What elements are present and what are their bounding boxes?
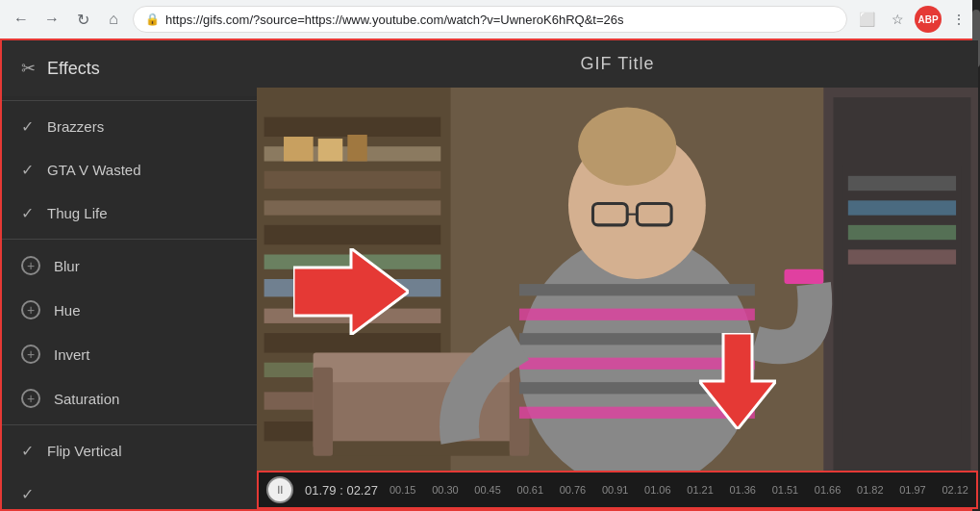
svg-rect-25	[519, 284, 755, 295]
time-display: 01.79 : 02.27	[305, 483, 378, 498]
tick-6: 00.91	[602, 484, 629, 496]
tick-12: 01.82	[857, 484, 884, 496]
brazzers-label: Brazzers	[47, 118, 104, 135]
blur-label: Blur	[54, 258, 80, 274]
plus-icon: +	[21, 345, 40, 364]
scissors-icon: ✂	[21, 58, 36, 79]
sidebar-item-hue[interactable]: + Hue	[2, 288, 257, 332]
svg-rect-41	[848, 249, 956, 264]
check-icon: ✓	[21, 442, 34, 460]
address-bar[interactable]: 🔒 https://gifs.com/?source=https://www.y…	[133, 6, 847, 33]
chrome-actions: ⬜ ☆ ABP ⋮	[853, 6, 972, 33]
star-button[interactable]: ☆	[884, 6, 911, 33]
effects-header: ✂ Effects	[2, 40, 257, 96]
right-content: GIF Title	[257, 40, 978, 509]
screenshot-button[interactable]: ⬜	[853, 6, 880, 33]
plus-icon: +	[21, 389, 40, 408]
play-pause-button[interactable]: ⏸	[266, 476, 293, 503]
svg-rect-6	[264, 225, 441, 244]
tick-4: 00.61	[517, 484, 544, 496]
svg-rect-19	[314, 368, 333, 456]
sidebar-item-gta-wasted[interactable]: ✓ GTA V Wasted	[2, 148, 257, 192]
sidebar-item-saturation[interactable]: + Saturation	[2, 376, 257, 421]
svg-rect-38	[848, 176, 956, 191]
svg-rect-14	[284, 137, 314, 162]
current-time: 01.79	[305, 483, 337, 498]
svg-point-32	[578, 107, 676, 186]
tick-7: 01.06	[644, 484, 671, 496]
sidebar: ✂ Effects ✓ Brazzers ✓ GTA V Wasted ✓ Th…	[2, 40, 257, 509]
svg-rect-16	[347, 135, 366, 162]
tick-5: 00.76	[560, 484, 587, 496]
gif-title-bar: GIF Title	[257, 40, 978, 88]
check-icon: ✓	[21, 117, 34, 136]
effects-title: Effects	[47, 59, 100, 79]
tick-13: 01.97	[899, 484, 926, 496]
total-time: 02.27	[346, 483, 378, 498]
url-text: https://gifs.com/?source=https://www.you…	[165, 13, 835, 27]
down-arrow-overlay	[699, 333, 776, 440]
check-icon: ✓	[21, 485, 34, 503]
tick-10: 01.51	[772, 484, 799, 496]
divider-3	[2, 424, 257, 425]
flip-vertical-label: Flip Vertical	[47, 443, 122, 459]
thug-life-label: Thug Life	[47, 205, 108, 221]
back-button[interactable]: ←	[8, 6, 35, 33]
svg-rect-26	[519, 309, 755, 320]
divider-1	[2, 100, 257, 101]
svg-rect-4	[264, 171, 441, 189]
browser-chrome: ← → ↻ ⌂ 🔒 https://gifs.com/?source=https…	[0, 0, 980, 38]
sidebar-item-brazzers[interactable]: ✓ Brazzers	[2, 105, 257, 148]
tick-3: 00.45	[474, 484, 501, 496]
tick-8: 01.21	[687, 484, 714, 496]
plus-icon: +	[21, 300, 40, 319]
svg-marker-43	[699, 333, 776, 429]
reload-button[interactable]: ↻	[69, 6, 96, 33]
svg-rect-15	[318, 139, 343, 161]
gif-title: GIF Title	[580, 54, 654, 73]
hue-label: Hue	[54, 302, 81, 319]
svg-rect-36	[784, 269, 823, 284]
main-content: ✂ Effects ✓ Brazzers ✓ GTA V Wasted ✓ Th…	[0, 38, 980, 511]
home-button[interactable]: ⌂	[100, 6, 127, 33]
svg-rect-2	[264, 117, 441, 137]
svg-rect-5	[264, 200, 441, 215]
tick-9: 01.36	[729, 484, 756, 496]
gta-wasted-label: GTA V Wasted	[47, 162, 141, 178]
saturation-label: Saturation	[54, 391, 119, 407]
plus-icon: +	[21, 256, 40, 275]
sidebar-item-flip-vertical[interactable]: ✓ Flip Vertical	[2, 429, 257, 473]
check-icon: ✓	[21, 204, 34, 222]
tick-11: 01.66	[815, 484, 842, 496]
pause-icon: ⏸	[274, 483, 286, 497]
forward-button[interactable]: →	[38, 6, 65, 33]
sidebar-container: ✂ Effects ✓ Brazzers ✓ GTA V Wasted ✓ Th…	[2, 40, 257, 509]
sidebar-item-partial[interactable]: ✓	[2, 473, 257, 509]
abp-badge: ABP	[915, 6, 942, 33]
svg-rect-40	[848, 225, 956, 240]
nav-buttons: ← → ↻ ⌂	[8, 6, 127, 33]
tick-1: 00.15	[389, 484, 416, 496]
timeline-bar: ⏸ 01.79 : 02.27 00.15 00.30 00.45 00.61 …	[257, 471, 978, 509]
check-icon: ✓	[21, 161, 34, 179]
timeline-ticks[interactable]: 00.15 00.30 00.45 00.61 00.76 00.91 01.0…	[389, 484, 968, 496]
tick-2: 00.30	[432, 484, 459, 496]
tick-14: 02.12	[942, 484, 968, 496]
video-area	[257, 88, 978, 471]
divider-2	[2, 239, 257, 240]
video-frame	[257, 88, 978, 471]
invert-label: Invert	[54, 346, 90, 363]
sidebar-item-thug-life[interactable]: ✓ Thug Life	[2, 192, 257, 235]
svg-marker-42	[293, 248, 409, 335]
menu-button[interactable]: ⋮	[945, 6, 972, 33]
sidebar-item-blur[interactable]: + Blur	[2, 243, 257, 288]
svg-rect-21	[333, 441, 510, 455]
lock-icon: 🔒	[145, 13, 160, 26]
svg-rect-39	[848, 200, 956, 215]
sidebar-item-invert[interactable]: + Invert	[2, 332, 257, 376]
left-arrow-overlay	[293, 248, 409, 345]
